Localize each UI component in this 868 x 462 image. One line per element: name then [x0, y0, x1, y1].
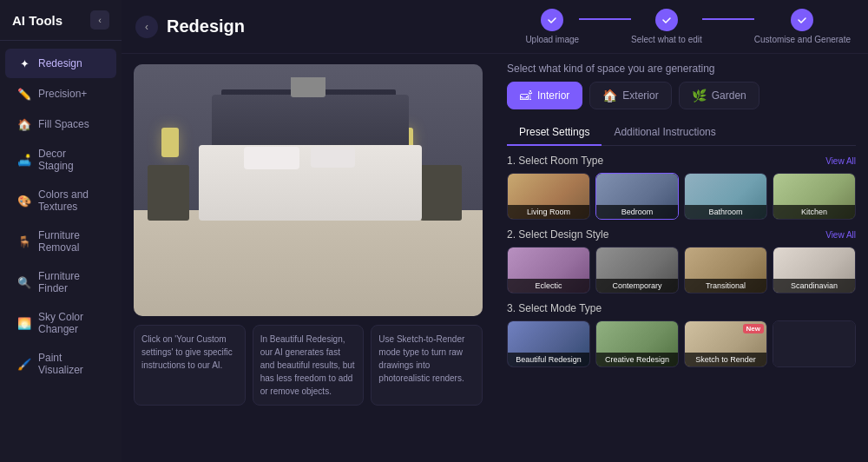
sconce-left — [161, 128, 179, 158]
info-card-2: Use Sketch-to-Render mode type to turn r… — [371, 325, 483, 406]
sidebar-item-decor-staging[interactable]: 🛋️ Decor Staging — [5, 140, 116, 180]
step-circle-2 — [791, 9, 813, 31]
design_style-thumb-3[interactable]: Scandinavian — [773, 247, 856, 294]
tab-preset[interactable]: Preset Settings — [507, 120, 602, 146]
design_style-thumb-0[interactable]: Eclectic — [507, 247, 590, 294]
design_style-thumb-2[interactable]: Transitional — [684, 247, 767, 294]
right-panel: Select what kind of space you are genera… — [495, 54, 868, 462]
sidebar-item-paint-visualizer[interactable]: 🖌️ Paint Visualizer — [5, 344, 116, 384]
step-connector-1 — [579, 18, 631, 20]
step-label-1: Select what to edit — [631, 35, 702, 44]
sidebar-item-precision[interactable]: ✏️ Precision+ — [5, 79, 116, 109]
badge-new-2: New — [743, 324, 764, 333]
step-0: Upload image — [525, 9, 579, 44]
nightstand-left — [148, 165, 189, 221]
info-card-0: Click on 'Your Custom settings' to give … — [134, 325, 246, 406]
nav-icon-redesign: ✦ — [17, 56, 31, 70]
sidebar-item-furniture-removal[interactable]: 🪑 Furniture Removal — [5, 221, 116, 261]
mode_type-thumbnails: Beautiful Redesign Creative Redesign Ske… — [507, 320, 856, 367]
sidebar-item-colors-textures[interactable]: 🎨 Colors and Textures — [5, 181, 116, 221]
nav-icon-colors-textures: 🎨 — [17, 194, 31, 208]
nav-icon-furniture-removal: 🪑 — [17, 234, 31, 248]
bed — [186, 95, 448, 221]
thumb-label-1: Creative Redesign — [596, 353, 678, 366]
room_type-thumb-2[interactable]: Bathroom — [684, 173, 767, 220]
chevron-left-icon: ‹ — [98, 15, 102, 25]
step-label-2: Customise and Generate — [754, 35, 851, 44]
nav-label-precision: Precision+ — [38, 88, 87, 100]
step-circle-1 — [655, 9, 678, 31]
bed-pillow-left — [244, 147, 299, 169]
preset-room_type: 1. Select Room Type View All Living Room… — [507, 155, 856, 220]
room_type-thumb-1[interactable]: Bedroom — [595, 173, 679, 220]
sidebar-item-redesign[interactable]: ✦ Redesign — [5, 49, 116, 78]
space-label-interior: Interior — [537, 89, 569, 102]
space-btn-garden[interactable]: 🌿 Garden — [679, 82, 760, 109]
thumb-img-3 — [773, 321, 855, 366]
room_type-title: 1. Select Room Type — [507, 155, 603, 167]
step-2: Customise and Generate — [754, 9, 851, 44]
bed-pillow-right — [311, 147, 355, 168]
space-icon-interior: 🛋 — [520, 89, 532, 102]
step-circle-0 — [541, 9, 563, 31]
nav-icon-furniture-finder: 🔍 — [17, 275, 31, 289]
step-label-0: Upload image — [525, 35, 579, 44]
sidebar-item-furniture-finder[interactable]: 🔍 Furniture Finder — [5, 262, 116, 302]
nav-label-redesign: Redesign — [38, 57, 82, 69]
nav-label-decor-staging: Decor Staging — [38, 148, 104, 172]
mode_type-header: 3. Select Mode Type — [507, 302, 856, 314]
info-cards: Click on 'Your Custom settings' to give … — [134, 325, 483, 406]
sidebar-item-fill-spaces[interactable]: 🏠 Fill Spaces — [5, 109, 116, 139]
design_style-view-all[interactable]: View All — [825, 230, 856, 240]
nav-label-fill-spaces: Fill Spaces — [38, 118, 89, 130]
thumb-label-2: Bathroom — [685, 205, 766, 219]
mode_type-title: 3. Select Mode Type — [507, 302, 602, 314]
design_style-thumbnails: Eclectic Contemporary Transitional Scand… — [507, 247, 856, 294]
sidebar-item-sky-color[interactable]: 🌅 Sky Color Changer — [5, 303, 116, 343]
sidebar-header: AI Tools ‹ — [0, 0, 122, 41]
bed-mattress — [199, 145, 421, 221]
topbar: ‹ Redesign Upload image Select what to e… — [122, 0, 868, 54]
mode_type-thumb-0[interactable]: Beautiful Redesign — [507, 320, 590, 367]
page-title: Redesign — [167, 16, 245, 36]
mode_type-thumb-3[interactable] — [773, 320, 856, 367]
step-connector-2 — [702, 18, 754, 20]
mode_type-thumb-2[interactable]: Sketch to Render New — [684, 320, 767, 367]
nav-label-sky-color: Sky Color Changer — [38, 311, 104, 335]
thumb-label-2: Sketch to Render — [685, 353, 766, 366]
mode_type-thumb-1[interactable]: Creative Redesign — [595, 320, 679, 367]
nav-label-furniture-removal: Furniture Removal — [38, 229, 104, 254]
nav-icon-fill-spaces: 🏠 — [17, 117, 31, 131]
nav-icon-decor-staging: 🛋️ — [17, 153, 31, 167]
back-button[interactable]: ‹ — [135, 16, 158, 38]
room_type-thumb-0[interactable]: Living Room — [507, 173, 590, 220]
stepper: Upload image Select what to edit Customi… — [525, 9, 851, 44]
bed-headboard — [212, 95, 408, 151]
design_style-header: 2. Select Design Style View All — [507, 228, 856, 241]
thumb-label-0: Living Room — [508, 205, 589, 219]
space-btn-interior[interactable]: 🛋 Interior — [507, 82, 582, 109]
ceiling-light — [291, 77, 326, 97]
space-btn-exterior[interactable]: 🏠 Exterior — [589, 82, 671, 109]
nav-label-furniture-finder: Furniture Finder — [38, 270, 104, 294]
info-card-1: In Beautiful Redesign, our AI generates … — [253, 325, 365, 406]
nav-label-colors-textures: Colors and Textures — [38, 188, 104, 213]
preset-section: 1. Select Room Type View All Living Room… — [507, 155, 856, 453]
room_type-view-all[interactable]: View All — [825, 156, 856, 166]
room_type-thumb-3[interactable]: Kitchen — [773, 173, 856, 220]
space-icon-garden: 🌿 — [692, 89, 707, 102]
preset-design_style: 2. Select Design Style View All Eclectic… — [507, 228, 856, 294]
tab-additional[interactable]: Additional Instructions — [602, 120, 727, 146]
room_type-header: 1. Select Room Type View All — [507, 155, 856, 167]
sidebar-toggle-button[interactable]: ‹ — [90, 10, 109, 30]
space-label-garden: Garden — [712, 89, 746, 102]
step-1: Select what to edit — [631, 9, 702, 44]
room-floor — [134, 210, 483, 316]
thumb-label-3: Kitchen — [773, 205, 855, 219]
nav-icon-sky-color: 🌅 — [17, 316, 31, 330]
bedroom-scene — [134, 64, 483, 316]
topbar-left: ‹ Redesign — [135, 16, 245, 38]
design_style-thumb-1[interactable]: Contemporary — [595, 247, 679, 294]
nav-icon-paint-visualizer: 🖌️ — [17, 357, 31, 371]
space-label-exterior: Exterior — [622, 89, 658, 102]
